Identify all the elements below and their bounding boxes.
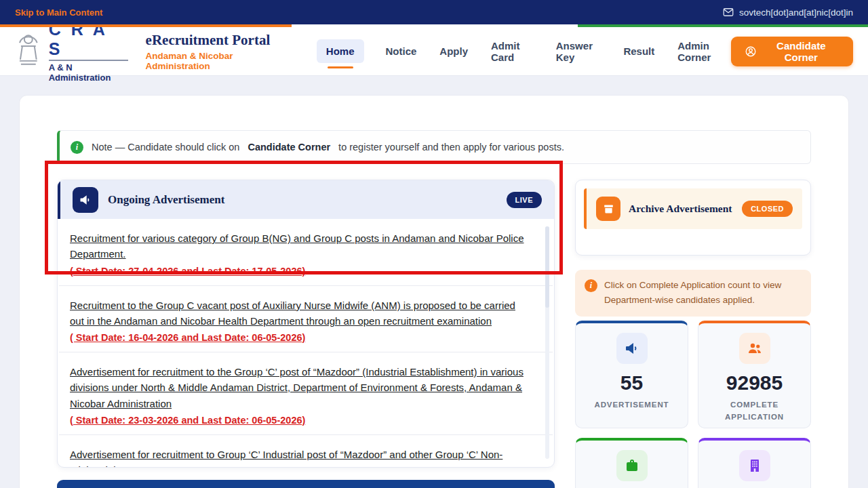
- live-badge: LIVE: [507, 192, 542, 208]
- archive-box-icon: [596, 197, 620, 221]
- stat-value: 92985: [726, 371, 783, 394]
- archive-panel-header: Archive Advertisement CLOSED: [584, 188, 802, 229]
- stripe-green: [578, 24, 868, 27]
- stripe-orange: [0, 24, 292, 27]
- top-bar: Skip to Main Content sovtech[dot]and[at]…: [0, 0, 868, 24]
- stat-value: 55: [620, 371, 643, 394]
- ongoing-panel-header: Ongoing Advertisement LIVE: [58, 180, 554, 219]
- candidate-corner-button[interactable]: Candidate Corner: [731, 37, 853, 66]
- stat-card-complete-application[interactable]: 92985 COMPLETE APPLICATION: [698, 321, 811, 428]
- nav-result[interactable]: Result: [622, 39, 656, 63]
- header-accent-stripe: [0, 24, 868, 27]
- archive-panel-title: Archive Advertisement: [629, 203, 732, 215]
- note-suffix: to register yourself and then apply for …: [338, 142, 564, 152]
- nav-admit-card[interactable]: Admit Card: [490, 34, 534, 69]
- advertisement-link[interactable]: Advertisement for recruitment to the Gro…: [70, 364, 527, 411]
- sidebar-info-note: i Click on Complete Application count to…: [575, 270, 811, 317]
- stats-grid: 55 ADVERTISEMENT 92985 COMPLETE APPLICAT…: [575, 321, 811, 488]
- list-item: Advertisement for recruitment to the Gro…: [58, 352, 554, 434]
- list-item: Advertisement for recruitment to Group ‘…: [58, 435, 554, 468]
- scrollbar-thumb[interactable]: [545, 226, 549, 308]
- megaphone-icon: [73, 187, 98, 213]
- site-header: C R A S A & N Administration eRecruitmen…: [0, 27, 868, 76]
- portal-subtitle: Andaman & Nicobar Administration: [146, 51, 285, 71]
- list-item: Recruitment to the Group C vacant post o…: [58, 286, 554, 352]
- nav-notice[interactable]: Notice: [384, 39, 418, 63]
- note-banner: i Note — Candidate should click on Candi…: [57, 130, 811, 164]
- info-icon: i: [585, 279, 597, 292]
- list-item: Recruitment for various category of Grou…: [58, 219, 554, 285]
- advertisement-link[interactable]: Recruitment to the Group C vacant post o…: [70, 298, 527, 329]
- skip-to-main-content-link[interactable]: Skip to Main Content: [15, 7, 102, 18]
- logo-subtitle: A & N Administration: [49, 60, 128, 83]
- advertisement-dates: ( Start Date: 16-04-2026 and Last Date: …: [70, 332, 527, 343]
- closed-badge: CLOSED: [742, 201, 793, 217]
- stat-card-advertisement[interactable]: 55 ADVERTISEMENT: [575, 321, 688, 428]
- stat-label: COMPLETE APPLICATION: [707, 399, 802, 424]
- advertisement-dates: ( Start Date: 27-04-2026 and Last Date: …: [70, 266, 527, 277]
- note-highlight: Candidate Corner: [248, 142, 330, 152]
- scrollbar[interactable]: [545, 226, 549, 459]
- nav-answer-key[interactable]: Answer Key: [555, 34, 602, 69]
- nav-admin-corner[interactable]: Admin Corner: [676, 34, 730, 69]
- ongoing-advertisement-panel: Ongoing Advertisement LIVE Recruitment f…: [57, 180, 555, 468]
- megaphone-icon: [616, 333, 648, 364]
- info-icon: i: [71, 141, 83, 154]
- nav-apply[interactable]: Apply: [438, 39, 469, 63]
- ongoing-panel-title: Ongoing Advertisement: [108, 193, 224, 207]
- briefcase-icon: [616, 450, 648, 481]
- advertisement-link[interactable]: Advertisement for recruitment to Group ‘…: [70, 447, 527, 468]
- stripe-white: [292, 24, 578, 27]
- users-icon: [739, 333, 770, 364]
- main-nav: Home Notice Apply Admit Card Answer Key …: [317, 34, 731, 69]
- next-section-header-bar: [57, 480, 555, 488]
- ashoka-emblem-icon: [15, 32, 42, 71]
- sidebar-note-text: Click on Complete Application count to v…: [604, 278, 802, 308]
- contact-email[interactable]: sovtech[dot]and[at]nic[dot]in: [722, 6, 853, 18]
- envelope-icon: [722, 6, 734, 18]
- candidate-corner-label: Candidate Corner: [763, 40, 840, 63]
- advertisement-dates: ( Start Date: 23-03-2026 and Last Date: …: [70, 415, 527, 426]
- note-prefix: Note — Candidate should click on: [92, 142, 239, 152]
- nav-home[interactable]: Home: [317, 39, 364, 63]
- stat-card-departments[interactable]: 31: [698, 438, 811, 488]
- stat-card-posts[interactable]: 106: [575, 438, 688, 488]
- stat-label: ADVERTISEMENT: [585, 399, 679, 411]
- site-logo[interactable]: C R A S A & N Administration: [15, 20, 128, 83]
- person-circle-icon: [745, 45, 757, 58]
- advertisement-link[interactable]: Recruitment for various category of Grou…: [70, 230, 527, 262]
- archive-advertisement-panel: Archive Advertisement CLOSED: [575, 180, 811, 256]
- portal-title: eRecruitment Portal: [146, 32, 285, 49]
- building-icon: [739, 450, 770, 481]
- email-text: sovtech[dot]and[at]nic[dot]in: [739, 7, 853, 18]
